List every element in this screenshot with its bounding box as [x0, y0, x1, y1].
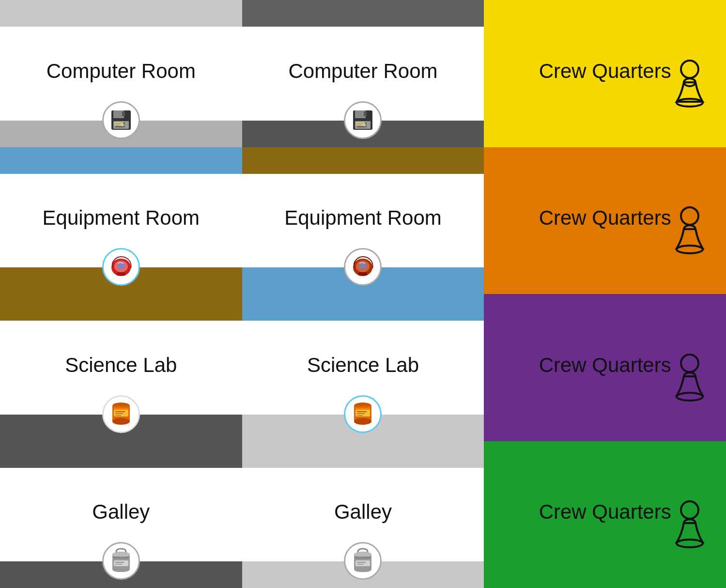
food-icon-2	[351, 401, 375, 427]
stripe-top-r2c1	[0, 147, 242, 174]
cell-label-r2c1: Equipment Room	[43, 206, 200, 230]
pawn-yellow	[668, 56, 711, 116]
cell-label-r4c1: Galley	[92, 500, 150, 524]
cell-middle-r2c1: Equipment Room	[0, 174, 242, 268]
svg-rect-38	[115, 411, 125, 412]
pawn-purple	[668, 350, 711, 410]
svg-rect-62	[357, 562, 366, 563]
cell-label-r4c2: Galley	[334, 500, 392, 524]
svg-rect-2	[122, 111, 125, 116]
svg-rect-6	[114, 122, 123, 126]
cell-middle-r3c2: Science Lab	[242, 321, 484, 415]
svg-point-43	[354, 418, 371, 425]
cell-r1c3[interactable]: Crew Quarters	[484, 0, 726, 147]
pawn-icon-green	[668, 496, 711, 555]
pawn-icon-orange	[668, 202, 711, 261]
svg-rect-56	[115, 562, 124, 563]
cell-r2c1[interactable]: Equipment Room	[0, 147, 242, 294]
svg-rect-23	[117, 272, 125, 276]
stripe-top-r4c2	[242, 441, 484, 468]
stripe-top-r1c1	[0, 0, 242, 27]
stripe-top-r1c2	[242, 0, 484, 27]
svg-point-66	[677, 540, 703, 547]
stripe-top-r4c3	[484, 441, 726, 468]
svg-rect-54	[113, 557, 129, 558]
stripe-top-r2c3	[484, 147, 726, 174]
cell-middle-r3c3: Crew Quarters	[484, 321, 726, 415]
floppy-icon-2	[351, 108, 374, 132]
icon-circle-r4c2	[344, 542, 382, 580]
cell-label-r3c2: Science Lab	[307, 354, 419, 377]
cell-middle-r1c2: Computer Room	[242, 27, 484, 121]
cell-r4c2[interactable]: Galley	[242, 441, 484, 588]
svg-rect-11	[364, 111, 367, 116]
pawn-green	[668, 496, 711, 557]
cell-r3c3[interactable]: Crew Quarters	[484, 294, 726, 441]
svg-rect-57	[115, 564, 122, 565]
svg-rect-63	[357, 564, 364, 565]
icon-circle-r1c1	[102, 101, 140, 139]
svg-point-18	[681, 61, 698, 78]
stripe-top-r3c1	[0, 294, 242, 321]
canister-icon	[108, 548, 134, 574]
cell-middle-r1c3: Crew Quarters	[484, 27, 726, 121]
svg-rect-7	[115, 123, 122, 124]
icon-circle-r2c1	[102, 248, 140, 286]
svg-rect-55	[114, 560, 128, 566]
pawn-icon-purple	[668, 350, 711, 408]
stripe-bot-r2c3	[484, 267, 726, 294]
svg-point-64	[681, 501, 698, 519]
svg-rect-48	[357, 415, 363, 416]
icon-circle-r3c2	[344, 395, 382, 433]
pawn-orange	[668, 202, 711, 263]
cell-middle-r4c3: Crew Quarters	[484, 468, 726, 562]
svg-point-49	[681, 355, 698, 372]
svg-rect-8	[115, 124, 120, 125]
cell-r3c2[interactable]: Science Lab	[242, 294, 484, 441]
cell-label-r2c2: Equipment Room	[284, 206, 442, 230]
floppy-icon	[109, 108, 133, 132]
icon-circle-r1c2	[344, 101, 382, 139]
cell-r1c1[interactable]: Computer Room	[0, 0, 242, 147]
cell-label-r1c1: Computer Room	[46, 60, 196, 83]
svg-point-51	[677, 393, 703, 401]
svg-rect-46	[357, 411, 367, 412]
cell-middle-r1c1: Computer Room	[0, 27, 242, 121]
cell-r2c3[interactable]: Crew Quarters	[484, 147, 726, 294]
icon-circle-r2c2	[344, 248, 382, 286]
icon-circle-r3c1	[102, 395, 140, 433]
helmet-icon	[108, 254, 134, 280]
stripe-bot-r1c3	[484, 121, 726, 147]
cell-middle-r4c2: Galley	[242, 468, 484, 562]
cell-r1c2[interactable]: Computer Room	[242, 0, 484, 147]
cell-r4c1[interactable]: Galley	[0, 441, 242, 588]
canister-icon-2	[350, 548, 375, 574]
svg-point-34	[112, 418, 130, 425]
svg-rect-60	[355, 557, 371, 558]
stripe-bot-r4c3	[484, 561, 726, 588]
cell-label-r3c1: Science Lab	[65, 354, 177, 377]
cell-r3c1[interactable]: Science Lab	[0, 294, 242, 441]
svg-rect-39	[115, 413, 123, 414]
cell-r2c2[interactable]: Equipment Room	[242, 147, 484, 294]
pawn-icon-yellow	[668, 56, 711, 114]
cell-middle-r2c2: Equipment Room	[242, 174, 484, 268]
cell-middle-r4c1: Galley	[0, 468, 242, 562]
cell-middle-r2c3: Crew Quarters	[484, 174, 726, 268]
svg-rect-40	[115, 415, 121, 416]
helmet-icon-2	[350, 254, 376, 280]
stripe-bot-r3c3	[484, 415, 726, 441]
svg-rect-61	[355, 560, 370, 566]
svg-rect-16	[356, 123, 363, 124]
svg-rect-47	[357, 413, 365, 414]
svg-rect-27	[358, 272, 367, 276]
game-board: Computer Room	[0, 0, 726, 588]
svg-point-31	[677, 246, 703, 253]
cell-middle-r3c1: Science Lab	[0, 321, 242, 415]
stripe-top-r1c3	[484, 0, 726, 27]
cell-r4c3[interactable]: Crew Quarters	[484, 441, 726, 588]
stripe-top-r3c2	[242, 294, 484, 321]
cell-label-r1c2: Computer Room	[288, 60, 437, 83]
food-icon	[109, 401, 133, 427]
svg-rect-17	[356, 124, 361, 125]
